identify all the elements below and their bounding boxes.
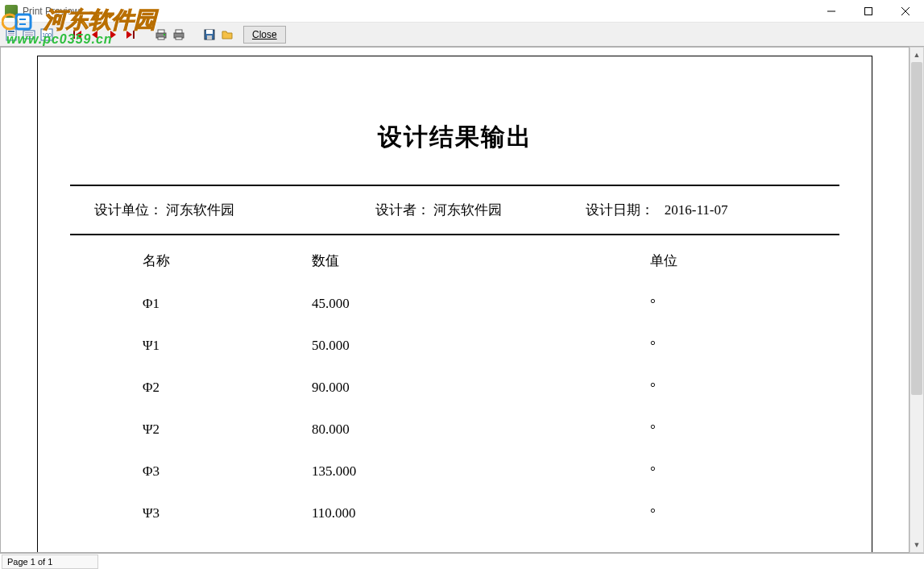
header-unit: 单位: [594, 251, 839, 270]
vertical-scrollbar[interactable]: ▲ ▼: [909, 47, 924, 553]
cell-name: Ψ1: [70, 338, 312, 354]
divider-top: [70, 185, 839, 186]
window-close-button[interactable]: [887, 0, 924, 23]
table-row: Φ3135.000°: [70, 451, 839, 492]
cell-value: 135.000: [312, 463, 594, 480]
svg-rect-14: [158, 30, 164, 33]
cell-name: Φ2: [70, 380, 312, 396]
close-button[interactable]: Close: [243, 26, 286, 44]
status-bar: Page 1 of 1: [0, 553, 924, 569]
next-page-icon[interactable]: [105, 27, 121, 43]
window-title: Print Preview: [23, 6, 80, 17]
svg-rect-18: [176, 30, 182, 33]
cell-value: 90.000: [312, 380, 594, 396]
info-row: 设计单位： 河东软件园 设计者： 河东软件园 设计日期： 2016-11-07: [70, 201, 839, 234]
info-org-value: 河东软件园: [166, 202, 234, 218]
print-setup-icon[interactable]: [153, 27, 169, 43]
svg-text:100: 100: [42, 32, 52, 38]
page-width-icon[interactable]: [21, 27, 37, 43]
cell-unit: °: [594, 380, 839, 396]
table-row: Φ145.000°: [70, 283, 839, 325]
scroll-down-arrow-icon[interactable]: ▼: [910, 538, 923, 552]
table-row: Φ290.000°: [70, 367, 839, 409]
toolbar: 100 Close: [0, 23, 924, 47]
status-page-info: Page 1 of 1: [2, 554, 98, 569]
table-row: Ψ280.000°: [70, 409, 839, 451]
info-designer: 设计者： 河东软件园: [324, 201, 553, 219]
svg-rect-5: [8, 33, 15, 34]
scroll-up-arrow-icon[interactable]: ▲: [910, 48, 923, 62]
svg-rect-19: [176, 37, 182, 39]
svg-rect-22: [207, 35, 212, 39]
svg-rect-9: [25, 34, 33, 35]
scroll-track[interactable]: [910, 62, 923, 538]
first-page-icon[interactable]: [69, 27, 85, 43]
cell-value: 80.000: [312, 422, 594, 438]
preview-viewport[interactable]: 设计结果输出 设计单位： 河东软件园 设计者： 河东软件园 设计日期： 2016…: [0, 47, 909, 553]
cell-name: Ψ3: [70, 505, 312, 521]
cell-value: 45.000: [312, 296, 594, 312]
window-titlebar: Print Preview: [0, 0, 924, 23]
table-row: Ψ150.000°: [70, 325, 839, 367]
info-date-value: 2016-11-07: [665, 202, 728, 218]
svg-rect-4: [8, 31, 15, 32]
info-date-label: 设计日期：: [586, 202, 654, 218]
svg-rect-21: [206, 30, 213, 34]
svg-rect-2: [865, 7, 872, 15]
cell-unit: °: [594, 296, 839, 312]
window-minimize-button[interactable]: [813, 0, 850, 23]
document-title: 设计结果输出: [70, 121, 839, 154]
cell-value: 110.000: [312, 505, 594, 521]
data-table: 名称 数值 单位 Φ145.000°Ψ150.000°Φ290.000°Ψ280…: [70, 251, 839, 534]
table-row: Ψ3110.000°: [70, 492, 839, 534]
last-page-icon[interactable]: [122, 27, 139, 43]
page: 设计结果输出 设计单位： 河东软件园 设计者： 河东软件园 设计日期： 2016…: [37, 56, 872, 553]
cell-value: 50.000: [312, 338, 594, 354]
table-header-row: 名称 数值 单位: [70, 251, 839, 283]
cell-unit: °: [594, 422, 839, 438]
svg-rect-15: [158, 37, 164, 39]
header-name: 名称: [70, 251, 312, 270]
prev-page-icon[interactable]: [87, 27, 103, 43]
svg-point-16: [164, 34, 165, 35]
svg-rect-6: [8, 35, 15, 35]
cell-unit: °: [594, 505, 839, 521]
cell-unit: °: [594, 338, 839, 354]
scroll-thumb[interactable]: [911, 62, 922, 395]
svg-rect-8: [25, 32, 33, 33]
divider-mid: [70, 234, 839, 235]
cell-name: Φ1: [70, 296, 312, 312]
whole-page-icon[interactable]: [3, 27, 19, 43]
cell-name: Ψ2: [70, 422, 312, 438]
header-value: 数值: [312, 251, 594, 270]
window-maximize-button[interactable]: [850, 0, 887, 23]
app-icon: [5, 5, 18, 18]
cell-unit: °: [594, 463, 839, 480]
hundred-percent-icon[interactable]: 100: [39, 27, 55, 43]
info-date: 设计日期： 2016-11-07: [553, 201, 815, 219]
close-button-label: Close: [252, 29, 277, 40]
info-org-label: 设计单位：: [94, 202, 163, 218]
svg-rect-10: [25, 35, 33, 36]
info-org: 设计单位： 河东软件园: [94, 201, 324, 219]
info-designer-label: 设计者：: [375, 202, 430, 218]
print-icon[interactable]: [171, 27, 187, 43]
preview-area: 设计结果输出 设计单位： 河东软件园 设计者： 河东软件园 设计日期： 2016…: [0, 47, 924, 553]
open-icon[interactable]: [219, 27, 235, 43]
info-designer-value: 河东软件园: [433, 202, 502, 218]
cell-name: Φ3: [70, 463, 312, 480]
save-icon[interactable]: [201, 27, 218, 43]
